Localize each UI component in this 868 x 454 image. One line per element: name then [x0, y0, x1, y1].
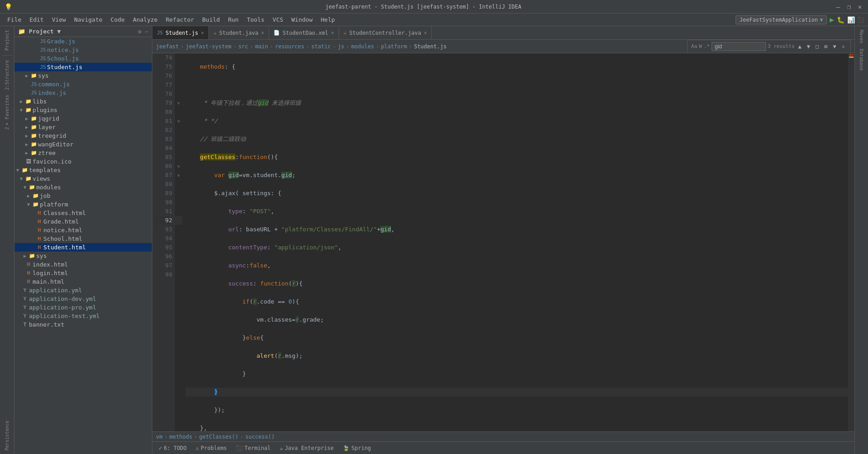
tree-item-sys[interactable]: ▶ 📁 sys — [14, 71, 152, 80]
tab-student-java-close[interactable]: ✕ — [261, 30, 264, 36]
find-prev-button[interactable]: ▲ — [797, 42, 803, 51]
run-config-selector[interactable]: JeeFastSystemApplication ▼ — [736, 15, 827, 24]
tree-item-notice-html[interactable]: H notice.html — [14, 226, 152, 234]
tab-student-java[interactable]: ☕ Student.java ✕ — [209, 26, 269, 39]
tab-terminal[interactable]: ⬛ Terminal — [233, 444, 274, 453]
persistence-icon[interactable]: Persistence — [4, 419, 10, 452]
tab-spring[interactable]: 🍃 Spring — [340, 444, 373, 453]
find-input[interactable] — [712, 42, 766, 51]
tab-studentdao-xml-close[interactable]: ✕ — [331, 30, 334, 36]
tree-item-ztree[interactable]: ▶ 📁 ztree — [14, 149, 152, 157]
minimize-button[interactable]: — — [835, 3, 842, 10]
tree-item-sys[interactable]: ▶ 📁 sys — [14, 252, 152, 260]
tree-item-index-html[interactable]: H index.html — [14, 260, 152, 269]
menu-build[interactable]: Build — [198, 15, 223, 24]
tree-item-views[interactable]: ▼ 📁 views — [14, 174, 152, 183]
menu-help[interactable]: Help — [317, 15, 339, 24]
maximize-button[interactable]: ❐ — [845, 3, 853, 10]
breadcrumb-vm[interactable]: vm — [156, 434, 162, 440]
tab-student-js[interactable]: JS Student.js ✕ — [152, 26, 209, 39]
tree-item-school-html[interactable]: H School.html — [14, 234, 152, 243]
tree-item-layer[interactable]: ▶ 📁 layer — [14, 123, 152, 131]
tree-item-application-dev-yml[interactable]: Y application-dev.yml — [14, 295, 152, 303]
tree-item-banner-txt[interactable]: T banner.txt — [14, 320, 152, 329]
nav-static[interactable]: static — [311, 43, 331, 50]
find-word-icon[interactable]: W — [699, 43, 702, 49]
menu-file[interactable]: File — [4, 15, 25, 24]
find-close-button[interactable]: ✕ — [840, 42, 847, 51]
tree-item-student-js[interactable]: JS Student.js — [14, 63, 152, 71]
nav-jeefast-system[interactable]: jeefast-system — [186, 43, 231, 50]
find-settings-icon[interactable]: Aa — [691, 43, 697, 49]
tab-studentdao-xml[interactable]: 📄 StudentDao.xml ✕ — [269, 26, 339, 39]
tree-item-treegrid[interactable]: ▶ 📁 treegrid — [14, 131, 152, 140]
find-regex-icon[interactable]: .* — [704, 43, 710, 49]
tree-item-login-html[interactable]: H login.html — [14, 269, 152, 277]
sidebar-collapse-icon[interactable]: — — [145, 28, 148, 35]
tree-item-application-yml[interactable]: Y application.yml — [14, 286, 152, 295]
structure-icon[interactable]: 2:Structure — [4, 58, 10, 92]
stop-button[interactable]: ⬛ — [858, 17, 864, 23]
tree-item-application-pro-yml[interactable]: Y application-pro.yml — [14, 303, 152, 312]
tab-java-enterprise[interactable]: ☕ Java Enterprise — [277, 444, 337, 453]
tree-item-classes-html[interactable]: H Classes.html — [14, 209, 152, 217]
find-options-btn[interactable]: ⊞ — [822, 42, 829, 51]
tree-item-grade-js[interactable]: JS Grade.js — [14, 37, 152, 46]
breadcrumb-getclasses[interactable]: getClasses() — [199, 434, 239, 440]
tree-item-application-test-yml[interactable]: Y application-test.yml — [14, 312, 152, 320]
nav-student-js[interactable]: Student.js — [414, 43, 447, 50]
debug-button[interactable]: 🐛 — [837, 16, 844, 23]
tab-studentcontroller-java-close[interactable]: ✕ — [424, 30, 427, 36]
nav-resources[interactable]: resources — [275, 43, 304, 50]
fold-79[interactable]: ▼ — [175, 98, 182, 108]
tree-item-templates[interactable]: ▼ 📁 templates — [14, 166, 152, 174]
fold-81[interactable]: ▼ — [175, 117, 182, 126]
nav-platform[interactable]: platform — [381, 43, 407, 50]
nav-modules[interactable]: modules — [351, 43, 374, 50]
menu-navigate[interactable]: Navigate — [71, 15, 106, 24]
maven-icon[interactable]: Maven — [858, 28, 865, 45]
find-expand-button[interactable]: □ — [814, 42, 821, 51]
tree-item-main-html[interactable]: H main.html — [14, 277, 152, 286]
tree-item-student-html[interactable]: H Student.html — [14, 243, 152, 252]
menu-code[interactable]: Code — [107, 15, 128, 24]
tree-item-jqgrid[interactable]: ▶ 📁 jqgrid — [14, 114, 152, 123]
tree-item-favicon-ico[interactable]: 🖼 favicon.ico — [14, 157, 152, 166]
tree-item-platform[interactable]: ▼ 📁 platform — [14, 200, 152, 209]
tree-item-school-js[interactable]: JS School.js — [14, 54, 152, 63]
run-button[interactable]: ▶ — [830, 15, 834, 24]
tree-item-grade-html[interactable]: H Grade.html — [14, 217, 152, 226]
sidebar-settings-icon[interactable]: ⚙ — [138, 28, 142, 35]
breadcrumb-success[interactable]: success() — [245, 434, 274, 440]
menu-run[interactable]: Run — [224, 15, 242, 24]
menu-view[interactable]: View — [48, 15, 70, 24]
tree-item-notice-js[interactable]: JS notice.js — [14, 46, 152, 54]
menu-analyze[interactable]: Analyze — [129, 15, 161, 24]
nav-main[interactable]: main — [255, 43, 268, 50]
tree-item-plugins[interactable]: ▼ 📁 plugins — [14, 106, 152, 114]
tree-item-common-js[interactable]: JS common.js — [14, 80, 152, 89]
nav-jeefast[interactable]: jeefast — [156, 43, 179, 50]
close-button[interactable]: ✕ — [856, 3, 863, 10]
fold-86[interactable]: ▼ — [175, 162, 182, 171]
code-content[interactable]: methods: { * 年级下拉框，通过gid 来选择班级 * */ // 班… — [182, 53, 848, 431]
tree-item-libs[interactable]: ▶ 📁 libs — [14, 97, 152, 106]
find-next-button[interactable]: ▼ — [805, 42, 812, 51]
favorites-icon[interactable]: 2★ Favorites — [4, 93, 10, 131]
nav-js[interactable]: js — [338, 43, 344, 50]
fold-87[interactable]: ▼ — [175, 171, 182, 180]
tree-item-wangeditor[interactable]: ▶ 📁 wangEditor — [14, 140, 152, 149]
database-icon[interactable]: Database — [858, 47, 865, 72]
tree-item-job[interactable]: ▶ 📁 job — [14, 192, 152, 200]
menu-vcs[interactable]: VCS — [269, 15, 287, 24]
nav-src[interactable]: src — [238, 43, 248, 50]
breadcrumb-methods[interactable]: methods — [170, 434, 193, 440]
menu-refactor[interactable]: Refactor — [162, 15, 198, 24]
tab-studentcontroller-java[interactable]: ☕ StudentController.java ✕ — [339, 26, 432, 39]
menu-edit[interactable]: Edit — [26, 15, 47, 24]
project-panel-icon[interactable]: Project — [3, 28, 11, 52]
find-filter-btn[interactable]: ▼ — [831, 42, 838, 51]
tab-student-js-close[interactable]: ✕ — [201, 30, 204, 36]
tab-todo[interactable]: ✓ 6: TODO — [156, 444, 189, 453]
tree-item-modules[interactable]: ▼ 📁 modules — [14, 183, 152, 192]
